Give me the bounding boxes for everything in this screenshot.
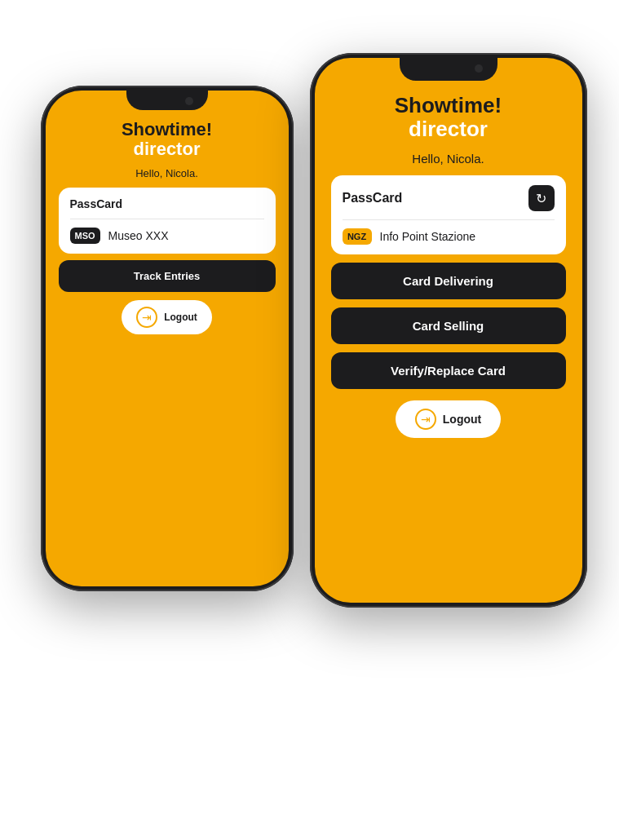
- front-venue-row: NGZ Info Point Stazione: [343, 228, 555, 245]
- front-passcard-box: PassCard ↻ NGZ Info Point Stazione: [331, 175, 566, 254]
- front-divider: [343, 219, 555, 220]
- notch-front: [400, 58, 497, 81]
- back-phone: Showtime! director Hello, Nicola. PassCa…: [41, 86, 294, 591]
- front-venue-badge: NGZ: [343, 228, 372, 245]
- refresh-button[interactable]: ↻: [528, 185, 555, 211]
- back-venue-name: Museo XXX: [108, 229, 169, 242]
- back-greeting: Hello, Nicola.: [135, 167, 198, 179]
- card-selling-button[interactable]: Card Selling: [331, 307, 566, 344]
- front-phone: Showtime! director Hello, Nicola. PassCa…: [310, 53, 587, 608]
- back-venue-row: MSO Museo XXX: [70, 228, 264, 244]
- front-logout-label: Logout: [443, 413, 481, 426]
- front-venue-name: Info Point Stazione: [380, 230, 476, 243]
- back-venue-badge: MSO: [70, 228, 100, 244]
- front-app-content: Showtime! director Hello, Nicola. PassCa…: [315, 81, 582, 603]
- back-passcard-title: PassCard: [70, 197, 123, 210]
- back-phone-screen: Showtime! director Hello, Nicola. PassCa…: [46, 91, 289, 586]
- front-greeting: Hello, Nicola.: [412, 152, 484, 166]
- back-logout-label: Logout: [164, 312, 197, 323]
- back-app-content: Showtime! director Hello, Nicola. PassCa…: [46, 110, 289, 586]
- front-app-title: Showtime! director: [395, 94, 502, 140]
- back-passcard-header: PassCard: [70, 197, 264, 210]
- front-logout-button[interactable]: ⇥ Logout: [396, 400, 501, 438]
- back-logout-button[interactable]: ⇥ Logout: [122, 300, 212, 334]
- front-phone-screen: Showtime! director Hello, Nicola. PassCa…: [315, 58, 582, 603]
- front-passcard-header: PassCard ↻: [343, 185, 555, 211]
- front-logout-icon: ⇥: [415, 409, 436, 430]
- card-delivering-button[interactable]: Card Delivering: [331, 263, 566, 299]
- track-entries-button[interactable]: Track Entries: [59, 260, 276, 292]
- notch-back: [126, 91, 208, 110]
- back-logout-icon: ⇥: [136, 307, 157, 328]
- back-passcard-box: PassCard MSO Museo XXX: [59, 188, 276, 254]
- back-divider: [70, 219, 264, 219]
- verify-replace-button[interactable]: Verify/Replace Card: [331, 352, 566, 389]
- front-passcard-title: PassCard: [343, 191, 403, 206]
- back-app-title: Showtime! director: [122, 120, 212, 159]
- scene: Showtime! director Hello, Nicola. PassCa…: [16, 20, 604, 820]
